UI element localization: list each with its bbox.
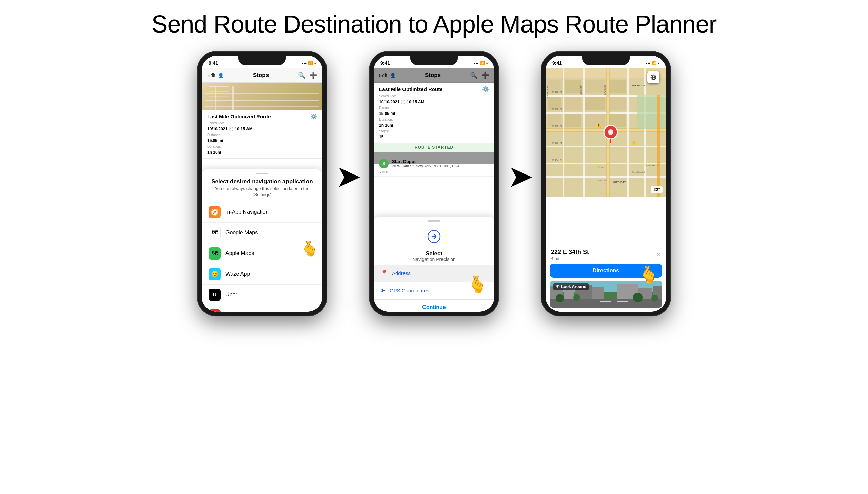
duration-val-1: 1h 16m — [207, 150, 221, 155]
svg-text:E 37th St: E 37th St — [552, 91, 562, 94]
battery-icon-3: ▪ — [658, 61, 660, 65]
svg-point-62 — [651, 295, 658, 302]
settings-icon-1[interactable]: ⚙️ — [310, 113, 317, 120]
add-icon-1[interactable]: ➕ — [310, 72, 317, 79]
nav-title-1: Stops — [253, 72, 269, 79]
icon-copilot: ✈ — [208, 309, 221, 312]
svg-rect-10 — [583, 68, 585, 196]
option-waze[interactable]: 😊 Waze App — [202, 264, 322, 285]
svg-text:E 36th St: E 36th St — [552, 108, 562, 111]
option-waze-label: Waze App — [225, 271, 250, 277]
time-3: 9:41 — [552, 60, 562, 66]
icon-google: 🗺 — [208, 227, 221, 239]
gps-icon: ➤ — [381, 287, 386, 294]
phones-container: 9:41 ▪▪▪ 📶 ▪ Edit 👤 Stops 🔍 ➕ — [0, 45, 868, 323]
svg-text:⚠️: ⚠️ — [595, 123, 602, 128]
page-title: Send Route Destination to Apple Maps Rou… — [0, 0, 868, 45]
arrow-1: ➤ — [337, 161, 359, 193]
continue-button[interactable]: Continue — [374, 299, 494, 312]
look-around-map-btn[interactable] — [647, 71, 660, 83]
svg-rect-19 — [565, 97, 581, 111]
destination-name: 222 E 34th St — [551, 249, 589, 256]
departure-name: Start Depot — [392, 159, 460, 164]
notch-1 — [238, 56, 286, 65]
status-icons-3: ▪▪▪ 📶 ▪ — [646, 61, 660, 65]
option-google[interactable]: 🗺 Google Maps — [202, 223, 322, 243]
map-pin — [603, 125, 618, 145]
phone-1: 9:41 ▪▪▪ 📶 ▪ Edit 👤 Stops 🔍 ➕ — [198, 52, 327, 316]
option-inapp-label: In-App Navigation — [225, 209, 269, 215]
svg-rect-23 — [565, 114, 581, 127]
close-button-3[interactable]: ✕ — [656, 251, 661, 259]
signal-icon-2: ▪▪▪ — [474, 61, 478, 65]
svg-text:Tisch Hospital: Tisch Hospital — [632, 171, 645, 173]
svg-rect-9 — [562, 68, 564, 196]
svg-text:TUDOR CITY: TUDOR CITY — [630, 84, 647, 87]
svg-text:⚠️: ⚠️ — [631, 140, 636, 145]
edit-btn-1[interactable]: Edit — [207, 73, 215, 78]
stops-label-2: Stops: — [379, 129, 389, 133]
svg-text:KIPS BAY: KIPS BAY — [613, 180, 626, 184]
sheet-handle-2 — [428, 220, 440, 222]
phone-3: 9:41 ▪▪▪ 📶 ▪ — [541, 52, 670, 316]
option-apple[interactable]: 🗺 Apple Maps 🫰 — [202, 243, 322, 264]
option-copilot[interactable]: ✈ CoPilot — [202, 305, 322, 312]
temperature-badge: 22° — [651, 186, 663, 193]
stops-val-2: 15 — [379, 134, 384, 139]
distance-val-1: 15.85 mi — [207, 138, 223, 143]
status-icons-1: ▪▪▪ 📶 ▪ — [302, 61, 316, 65]
map-preview-1 — [202, 83, 322, 110]
apple-maps-view: ⚠️ ⚠️ E 37th St E 36th St E 35th St E 34… — [546, 68, 666, 196]
person-icon-1: 👤 — [218, 73, 224, 78]
option-inapp[interactable]: 🧭 In-App Navigation — [202, 202, 322, 223]
dist-label-2: Distance: — [379, 106, 393, 110]
settings-icon-2[interactable]: ⚙️ — [482, 86, 489, 93]
look-around-label: 👁 Look Around — [553, 283, 589, 290]
svg-rect-27 — [658, 95, 660, 196]
signal-icon-3: ▪▪▪ — [646, 61, 650, 65]
duration-label-1: Duration: — [207, 145, 221, 148]
route-name-1: Last Mile Optimized Route — [207, 114, 271, 119]
battery-icon-2: ▪ — [486, 61, 487, 65]
svg-point-60 — [573, 294, 580, 301]
route-started-banner: ROUTE STARTED — [374, 143, 494, 152]
svg-text:NYU Langone: NYU Langone — [646, 164, 659, 166]
svg-text:E 33rd St: E 33rd St — [552, 159, 562, 161]
option-uber-label: Uber — [225, 292, 237, 298]
svg-rect-52 — [592, 287, 604, 301]
sheet-subtitle-1: You can always change this selection lat… — [202, 186, 322, 202]
precision-gps[interactable]: ➤ GPS Coordinates 🫰 — [374, 282, 494, 299]
look-around-preview[interactable]: 👁 Look Around — [550, 281, 662, 308]
nav-app-sheet: Select desired navigation application Yo… — [202, 169, 322, 312]
apple-maps-bottom-card: 222 E 34th St 4 mi ✕ Directions 🫰 — [546, 245, 666, 312]
icon-uber: U — [208, 289, 221, 301]
option-apple-label: Apple Maps — [225, 250, 254, 256]
gps-label: GPS Coordinates — [390, 288, 429, 293]
departure-section: Departure Address: S 3 min Start Depot 2… — [374, 152, 494, 176]
route-name-2: Last Mile Optimized Route — [379, 87, 443, 92]
icon-apple: 🗺 — [208, 247, 221, 260]
battery-icon-1: ▪ — [314, 61, 316, 65]
precision-subtitle: Navigation Precision — [374, 256, 494, 265]
svg-text:E 34th St: E 34th St — [552, 142, 562, 144]
svg-rect-21 — [609, 97, 626, 111]
option-uber[interactable]: U Uber — [202, 285, 322, 305]
svg-text:E 35th St: E 35th St — [552, 125, 562, 127]
dur-val-2: 1h 16m — [379, 123, 393, 128]
precision-address[interactable]: 📍 Address — [374, 265, 494, 282]
sched-date-2: 10/10/2021 — [379, 100, 400, 104]
directions-label: Directions — [593, 268, 619, 273]
departure-addr: 20 W 34th St, New York, NY 10001, USA — [392, 164, 460, 168]
wifi-icon-1: 📶 — [308, 61, 313, 65]
route-info-2: Last Mile Optimized Route ⚙️ Scheduled: … — [374, 83, 494, 143]
search-icon-1[interactable]: 🔍 — [298, 72, 306, 79]
precision-sheet: Select Navigation Precision 📍 Address ➤ … — [374, 217, 494, 312]
icon-inapp: 🧭 — [208, 206, 221, 218]
svg-text:Ruby's: Ruby's — [598, 166, 604, 168]
svg-point-61 — [633, 293, 643, 302]
notch-3 — [582, 56, 630, 65]
sheet-handle-1 — [256, 173, 268, 174]
directions-button[interactable]: Directions 🫰 — [550, 264, 662, 278]
sched-label-2: Scheduled: — [379, 94, 396, 98]
scheduled-date-1: 10/10/2021 — [207, 127, 227, 131]
